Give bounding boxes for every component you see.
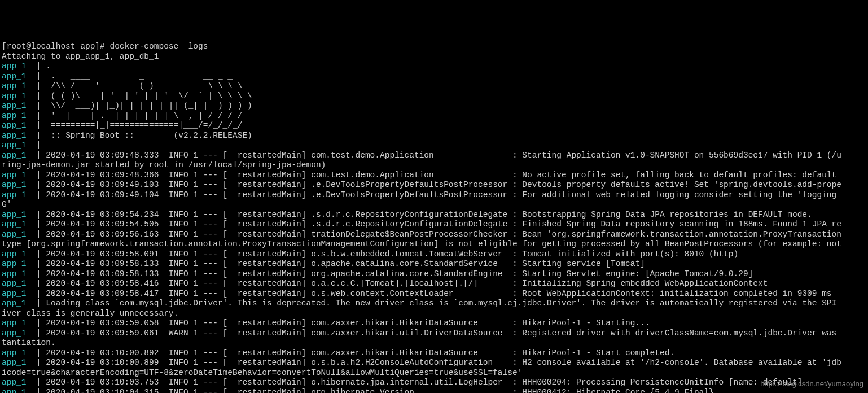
log-line: app_1 | 2020-04-19 03:09:48.366 INFO 1 -… — [2, 171, 866, 181]
log-line: app_1 | 2020-04-19 03:10:04.315 INFO 1 -… — [2, 388, 866, 394]
log-line: app_1 | 2020-04-19 03:10:03.753 INFO 1 -… — [2, 378, 866, 388]
log-line: app_1 | =========|_|==============|___/=… — [2, 121, 866, 131]
log-line: app_1 | — [2, 141, 866, 151]
log-line: ring-jpa-demon.jar started by root in /u… — [2, 160, 866, 171]
log-line: app_1 | ' |____| .__|_| |_|_| |_\__, | /… — [2, 111, 866, 121]
log-line: app_1 | /\\ / ___'_ __ _ _(_)_ __ __ _ \… — [2, 81, 866, 91]
log-line: app_1 | . — [2, 62, 866, 72]
log-line: app_1 | 2020-04-19 03:09:54.234 INFO 1 -… — [2, 210, 866, 220]
log-line: app_1 | 2020-04-19 03:09:49.104 INFO 1 -… — [2, 190, 866, 200]
log-line: app_1 | :: Spring Boot :: (v2.2.2.RELEAS… — [2, 131, 866, 141]
shell-prompt[interactable]: [root@localhost app]# docker-compose log… — [2, 42, 866, 52]
log-line: app_1 | 2020-04-19 03:10:00.899 INFO 1 -… — [2, 358, 866, 368]
log-line: app_1 | 2020-04-19 03:09:59.061 WARN 1 -… — [2, 329, 866, 339]
log-line: app_1 | 2020-04-19 03:09:58.133 INFO 1 -… — [2, 259, 866, 269]
terminal-output[interactable]: [root@localhost app]# docker-compose log… — [0, 40, 868, 393]
log-line: app_1 | 2020-04-19 03:09:58.416 INFO 1 -… — [2, 279, 866, 289]
log-line: app_1 | 2020-04-19 03:09:49.103 INFO 1 -… — [2, 180, 866, 190]
log-line: app_1 | 2020-04-19 03:09:56.163 INFO 1 -… — [2, 230, 866, 240]
log-line: app_1 | Loading class `com.mysql.jdbc.Dr… — [2, 299, 866, 309]
log-line: app_1 | 2020-04-19 03:09:58.417 INFO 1 -… — [2, 289, 866, 299]
log-line: app_1 | 2020-04-19 03:09:58.091 INFO 1 -… — [2, 250, 866, 260]
attach-line: Attaching to app_app_1, app_db_1 — [2, 52, 866, 62]
log-line: icode=true&characterEncoding=UTF-8&zeroD… — [2, 368, 866, 378]
watermark-text: https://blog.csdn.net/yumaoying — [760, 379, 863, 389]
log-line: app_1 | 2020-04-19 03:09:48.333 INFO 1 -… — [2, 151, 866, 161]
log-line: app_1 | 2020-04-19 03:09:54.505 INFO 1 -… — [2, 220, 866, 230]
log-line: tantiation. — [2, 338, 866, 348]
log-line: app_1 | 2020-04-19 03:09:58.133 INFO 1 -… — [2, 269, 866, 280]
log-line: app_1 | . ____ _ __ _ _ — [2, 72, 866, 82]
log-line: G' — [2, 200, 866, 210]
log-line: iver class is generally unnecessary. — [2, 309, 866, 319]
log-line: app_1 | \\/ ___)| |_)| | | | | || (_| | … — [2, 101, 866, 111]
log-line: app_1 | ( ( )\___ | '_ | '_| | '_ \/ _` … — [2, 91, 866, 102]
log-line: app_1 | 2020-04-19 03:09:59.058 INFO 1 -… — [2, 318, 866, 329]
log-line: type [org.springframework.transaction.an… — [2, 239, 866, 250]
log-line: app_1 | 2020-04-19 03:10:00.892 INFO 1 -… — [2, 348, 866, 359]
